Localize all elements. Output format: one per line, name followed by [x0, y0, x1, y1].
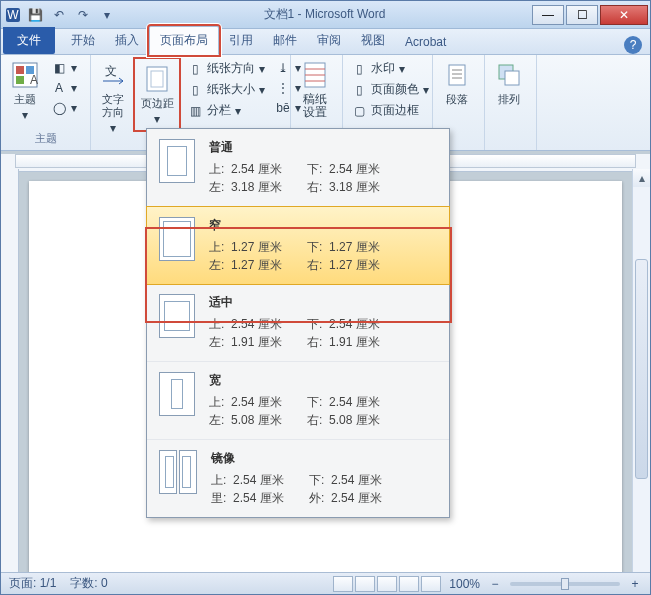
margins-option-窄[interactable]: 窄上:1.27 厘米下:1.27 厘米左:1.27 厘米右:1.27 厘米 [146, 206, 450, 285]
themes-button[interactable]: A 主题 ▾ [5, 57, 45, 124]
margins-dropdown: 普通上:2.54 厘米下:2.54 厘米左:3.18 厘米右:3.18 厘米窄上… [146, 128, 450, 518]
svg-text:文: 文 [105, 64, 117, 78]
close-button[interactable]: ✕ [600, 5, 648, 25]
stationery-icon [299, 59, 331, 91]
themes-icon: A [9, 59, 41, 91]
ruler-vertical[interactable] [1, 169, 19, 572]
zoom-out[interactable]: − [488, 577, 502, 591]
svg-text:A: A [30, 73, 38, 87]
chevron-down-icon: ▾ [22, 108, 28, 122]
tab-insert[interactable]: 插入 [105, 27, 149, 54]
page-borders-button[interactable]: ▢页面边框 [347, 101, 433, 120]
margins-thumb-icon [159, 450, 197, 494]
status-bar: 页面: 1/1 字数: 0 100% − + [1, 572, 650, 594]
columns-button[interactable]: ▥分栏 ▾ [183, 101, 269, 120]
arrange-button[interactable]: 排列 [489, 57, 529, 108]
margins-option-普通[interactable]: 普通上:2.54 厘米下:2.54 厘米左:3.18 厘米右:3.18 厘米 [147, 129, 449, 207]
margins-option-title: 镜像 [211, 450, 437, 467]
tab-refs[interactable]: 引用 [219, 27, 263, 54]
tab-mail[interactable]: 邮件 [263, 27, 307, 54]
qat-customize[interactable]: ▾ [97, 5, 117, 25]
help-icon[interactable]: ? [624, 36, 642, 54]
theme-effects[interactable]: ◯▾ [47, 99, 81, 117]
tab-page-layout[interactable]: 页面布局 [149, 26, 219, 55]
zoom-value[interactable]: 100% [449, 577, 480, 591]
paragraph-icon [441, 59, 473, 91]
stationery-button[interactable]: 稿纸设置 [295, 57, 335, 121]
svg-text:W: W [7, 8, 19, 22]
svg-rect-19 [505, 71, 519, 85]
view-draft[interactable] [421, 576, 441, 592]
orientation-button[interactable]: ▯纸张方向 ▾ [183, 59, 269, 78]
size-icon: ▯ [187, 82, 203, 98]
title-bar: W 💾 ↶ ↷ ▾ 文档1 - Microsoft Word — ☐ ✕ [1, 1, 650, 29]
columns-icon: ▥ [187, 103, 203, 119]
margins-option-title: 适中 [209, 294, 437, 311]
margins-thumb-icon [159, 217, 195, 261]
zoom-slider[interactable] [510, 582, 620, 586]
margins-thumb-icon [159, 139, 195, 183]
page-color-icon: ▯ [351, 82, 367, 98]
page-color-button[interactable]: ▯页面颜色 ▾ [347, 80, 433, 99]
margins-button[interactable]: 页边距▾ [137, 61, 177, 128]
minimize-button[interactable]: — [532, 5, 564, 25]
qat-redo[interactable]: ↷ [73, 5, 93, 25]
margins-option-title: 宽 [209, 372, 437, 389]
ribbon-tabs: 文件 开始 插入 页面布局 引用 邮件 审阅 视图 Acrobat ? [1, 29, 650, 55]
scrollbar-vertical[interactable]: ▴ [632, 169, 650, 572]
arrange-icon [493, 59, 525, 91]
size-button[interactable]: ▯纸张大小 ▾ [183, 80, 269, 99]
theme-fonts[interactable]: A▾ [47, 79, 81, 97]
margins-icon [141, 63, 173, 95]
watermark-button[interactable]: ▯水印 ▾ [347, 59, 433, 78]
tab-review[interactable]: 审阅 [307, 27, 351, 54]
svg-rect-3 [16, 66, 24, 74]
margins-thumb-icon [159, 372, 195, 416]
margins-option-title: 普通 [209, 139, 437, 156]
view-web[interactable] [377, 576, 397, 592]
tab-view[interactable]: 视图 [351, 27, 395, 54]
svg-rect-14 [449, 65, 465, 85]
app-icon: W [5, 7, 21, 23]
view-buttons [333, 576, 441, 592]
margins-option-宽[interactable]: 宽上:2.54 厘米下:2.54 厘米左:5.08 厘米右:5.08 厘米 [147, 362, 449, 440]
margins-option-title: 窄 [209, 217, 437, 234]
watermark-icon: ▯ [351, 61, 367, 77]
qat-save[interactable]: 💾 [25, 5, 45, 25]
zoom-in[interactable]: + [628, 577, 642, 591]
margins-option-适中[interactable]: 适中上:2.54 厘米下:2.54 厘米左:1.91 厘米右:1.91 厘米 [147, 284, 449, 362]
maximize-button[interactable]: ☐ [566, 5, 598, 25]
qat-undo[interactable]: ↶ [49, 5, 69, 25]
scroll-thumb[interactable] [635, 259, 648, 479]
status-page[interactable]: 页面: 1/1 [9, 575, 56, 592]
window-title: 文档1 - Microsoft Word [117, 6, 532, 23]
svg-rect-5 [16, 76, 24, 84]
view-outline[interactable] [399, 576, 419, 592]
scroll-up-icon[interactable]: ▴ [633, 169, 650, 187]
status-words[interactable]: 字数: 0 [70, 575, 107, 592]
theme-colors[interactable]: ◧▾ [47, 59, 81, 77]
file-tab[interactable]: 文件 [3, 27, 55, 54]
margins-thumb-icon [159, 294, 195, 338]
page-borders-icon: ▢ [351, 103, 367, 119]
tab-acrobat[interactable]: Acrobat [395, 30, 456, 54]
view-print[interactable] [333, 576, 353, 592]
orientation-icon: ▯ [187, 61, 203, 77]
text-direction-button[interactable]: 文 文字方向▾ [95, 57, 131, 137]
view-read[interactable] [355, 576, 375, 592]
margins-option-镜像[interactable]: 镜像上:2.54 厘米下:2.54 厘米里:2.54 厘米外:2.54 厘米 [147, 440, 449, 517]
text-direction-icon: 文 [97, 59, 129, 91]
tab-home[interactable]: 开始 [61, 27, 105, 54]
paragraph-button[interactable]: 段落 [437, 57, 477, 108]
